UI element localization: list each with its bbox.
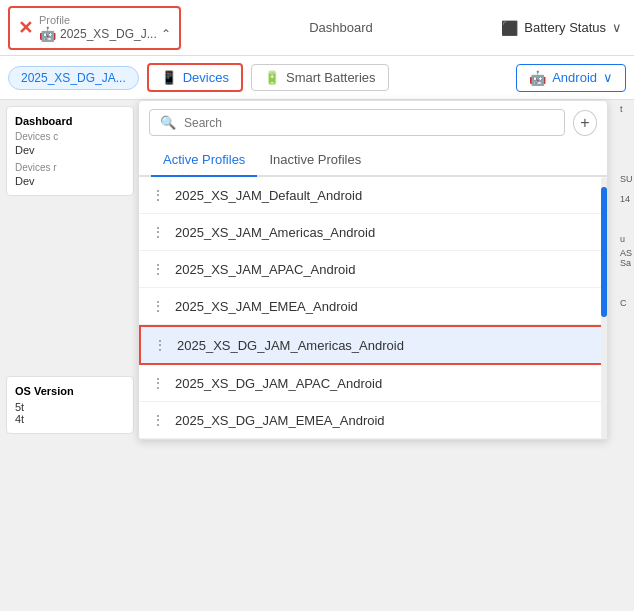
dots-icon: ⋮	[151, 187, 165, 203]
dots-icon: ⋮	[151, 261, 165, 277]
list-item[interactable]: ⋮ 2025_XS_DG_JAM_EMEA_Android	[139, 402, 607, 439]
list-item[interactable]: ⋮ 2025_XS_DG_JAM_APAC_Android	[139, 365, 607, 402]
search-input[interactable]	[184, 116, 554, 130]
list-item[interactable]: ⋮ 2025_XS_JAM_Default_Android	[139, 177, 607, 214]
battery-chevron-icon[interactable]: ∨	[612, 20, 622, 35]
second-row: 2025_XS_DG_JA... 📱 Devices 🔋 Smart Batte…	[0, 56, 634, 100]
dots-icon: ⋮	[151, 298, 165, 314]
chevron-up-icon: ⌃	[161, 27, 171, 41]
smart-batteries-button[interactable]: 🔋 Smart Batteries	[251, 64, 389, 91]
dots-icon: ⋮	[151, 224, 165, 240]
list-item-selected[interactable]: ⋮ 2025_XS_DG_JAM_Americas_Android	[139, 325, 607, 365]
scrollbar-thumb[interactable]	[601, 187, 607, 317]
profile-info: Profile 🤖 2025_XS_DG_J... ⌃	[39, 14, 171, 42]
top-bar-center: Dashboard	[181, 20, 502, 35]
dots-icon: ⋮	[153, 337, 167, 353]
list-item[interactable]: ⋮ 2025_XS_JAM_EMEA_Android	[139, 288, 607, 325]
battery-status-label[interactable]: Battery Status	[524, 20, 606, 35]
os-version-val2: 4t	[15, 413, 125, 425]
profile-name-3: 2025_XS_JAM_APAC_Android	[175, 262, 355, 277]
list-item[interactable]: ⋮ 2025_XS_JAM_Americas_Android	[139, 214, 607, 251]
dots-icon: ⋮	[151, 412, 165, 428]
dashboard-tab[interactable]: Dashboard	[293, 20, 389, 35]
profile-section[interactable]: ✕ Profile 🤖 2025_XS_DG_J... ⌃	[8, 6, 181, 50]
top-bar-right: ⬛ Battery Status ∨	[501, 20, 634, 36]
profile-name-4: 2025_XS_JAM_EMEA_Android	[175, 299, 358, 314]
os-version-card: OS Version 5t 4t	[6, 376, 134, 434]
list-item[interactable]: ⋮ 2025_XS_JAM_APAC_Android	[139, 251, 607, 288]
profiles-dropdown: 🔍 + Active Profiles Inactive Profiles ⋮ …	[138, 100, 608, 440]
profile-name-1: 2025_XS_JAM_Default_Android	[175, 188, 362, 203]
main-area: Dashboard Devices c Dev Devices r Dev OS…	[0, 100, 634, 611]
smart-batteries-icon: 🔋	[264, 70, 280, 85]
android-selector[interactable]: 🤖 Android ∨	[516, 64, 626, 92]
android-icon-top: 🤖	[39, 26, 56, 42]
tab-inactive-profiles[interactable]: Inactive Profiles	[257, 144, 373, 175]
os-version-val1: 5t	[15, 401, 125, 413]
top-bar: ✕ Profile 🤖 2025_XS_DG_J... ⌃ Dashboard …	[0, 0, 634, 56]
search-box: 🔍	[149, 109, 565, 136]
x-icon: ✕	[18, 17, 33, 39]
dashboard-card-title: Dashboard	[15, 115, 125, 127]
profile-name: 2025_XS_DG_J...	[60, 27, 157, 41]
devices-registered-value: Dev	[15, 175, 125, 187]
add-button[interactable]: +	[573, 110, 597, 136]
profile-name-2: 2025_XS_JAM_Americas_Android	[175, 225, 375, 240]
left-column: Dashboard Devices c Dev Devices r Dev OS…	[0, 100, 140, 611]
smart-batteries-label: Smart Batteries	[286, 70, 376, 85]
profile-name-5: 2025_XS_DG_JAM_Americas_Android	[177, 338, 404, 353]
profiles-tabs: Active Profiles Inactive Profiles	[139, 144, 607, 177]
dashboard-card: Dashboard Devices c Dev Devices r Dev	[6, 106, 134, 196]
search-row: 🔍 +	[139, 101, 607, 144]
profile-name-6: 2025_XS_DG_JAM_APAC_Android	[175, 376, 382, 391]
dots-icon: ⋮	[151, 375, 165, 391]
devices-button[interactable]: 📱 Devices	[147, 63, 243, 92]
devices-registered-label: Devices r	[15, 162, 125, 173]
right-edge: t SU 14 u ASSa C	[618, 100, 634, 312]
profile-value: 🤖 2025_XS_DG_J... ⌃	[39, 26, 171, 42]
search-icon: 🔍	[160, 115, 176, 130]
devices-btn-label: Devices	[183, 70, 229, 85]
scrollbar-track	[601, 177, 607, 439]
profile-name-7: 2025_XS_DG_JAM_EMEA_Android	[175, 413, 385, 428]
profile-list: ⋮ 2025_XS_JAM_Default_Android ⋮ 2025_XS_…	[139, 177, 607, 439]
android-selector-icon: 🤖	[529, 70, 546, 86]
profile-label: Profile	[39, 14, 171, 26]
profile-tab-pill[interactable]: 2025_XS_DG_JA...	[8, 66, 139, 90]
android-selector-chevron: ∨	[603, 70, 613, 85]
android-selector-label: Android	[552, 70, 597, 85]
battery-icon: ⬛	[501, 20, 518, 36]
devices-connected-label: Devices c	[15, 131, 125, 142]
os-version-title: OS Version	[15, 385, 125, 397]
devices-connected-value: Dev	[15, 144, 125, 156]
tab-active-profiles[interactable]: Active Profiles	[151, 144, 257, 177]
devices-btn-icon: 📱	[161, 70, 177, 85]
